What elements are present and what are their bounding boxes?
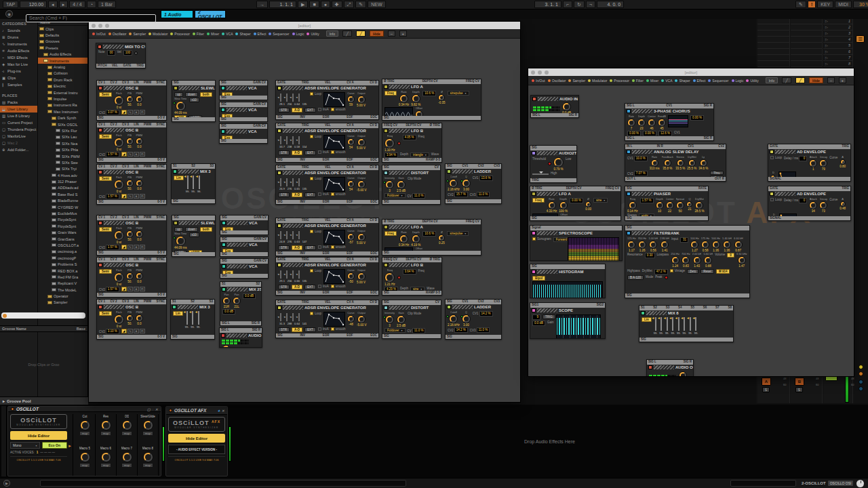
module-title-bar[interactable]: OSC B (97, 262, 166, 268)
knob-dial[interactable] (357, 233, 366, 241)
patch-canvas[interactable]: OSCILLOT AFXSYNTHESIZERAUDIO IN0.0 dBSIG… (528, 85, 854, 376)
value-cv1[interactable]: CV113.6 % (473, 176, 493, 181)
macro-knob[interactable] (80, 452, 90, 462)
scene-play-icon[interactable]: ▷ (825, 31, 828, 35)
button-semi[interactable]: Semi (99, 311, 112, 316)
value-field[interactable]: 0.0 dB (243, 293, 256, 299)
module-title-bar[interactable]: VCA (220, 264, 268, 270)
knob-dial[interactable] (449, 179, 458, 188)
io-circle-1[interactable] (859, 371, 863, 376)
outlet-sig[interactable]: SIG (98, 116, 104, 121)
tree-item-sixs-phla[interactable]: SIXs Phla (38, 146, 87, 152)
tree-item-the-model[interactable]: The ModeL (38, 287, 87, 293)
value-field[interactable]: 0.0 dB (222, 309, 235, 314)
button-str[interactable]: STR (278, 192, 290, 197)
tab-oscillator[interactable]: Oscillator (108, 32, 127, 36)
knob-dial[interactable] (385, 180, 394, 189)
knob-dial[interactable] (126, 138, 134, 145)
knob-dial[interactable] (734, 241, 743, 249)
slider-track[interactable] (192, 311, 193, 325)
macro-map-button[interactable]: map (142, 431, 153, 436)
place-item-add-folder[interactable]: ⊕Add Folder... (0, 146, 37, 153)
scene-slot-7[interactable]: ▷7 (823, 55, 852, 61)
outlet-sig[interactable]: SIG (221, 96, 226, 100)
button-str[interactable]: STR (278, 285, 290, 289)
return-a-solo[interactable]: S (762, 387, 770, 392)
macro-knob[interactable] (80, 420, 90, 430)
knob-3-50-khz[interactable]: 3.50 kHz1.47 (736, 253, 747, 268)
checkbox-loop[interactable]: Loop (310, 230, 321, 233)
zoom-in-button[interactable]: + (399, 30, 407, 37)
outlet-sig[interactable]: SIG (277, 115, 283, 120)
module-drag-hatch[interactable] (227, 221, 248, 225)
stop-button[interactable]: ■ (309, 1, 319, 8)
knob-dial[interactable] (438, 235, 445, 241)
tree-item-sixs-flur[interactable]: SIXs Flur (38, 127, 87, 134)
knob-center[interactable]: Center46 (648, 115, 656, 131)
voice-mode-dropdown[interactable]: Mono (10, 442, 40, 449)
knob-cutoff[interactable]: Cutoff2.16 kHz (448, 311, 460, 327)
draw-mode-button[interactable]: ✎ (355, 1, 366, 8)
knob-depth[interactable]: Depth9.82 % (411, 91, 420, 107)
module-title-bar[interactable]: FILTERBANK (625, 230, 749, 237)
module-drag-hatch[interactable] (226, 108, 247, 112)
knob-dial[interactable] (690, 241, 698, 249)
module-analog-slew-delay[interactable]: IN LIN RCV1CV2ANALOG SLEW DELAYCV110.0 %… (625, 144, 726, 182)
outlet-sig[interactable]: SIG (222, 252, 227, 257)
value-10-6[interactable]: 10.6 % (422, 231, 436, 237)
knob-dial[interactable] (548, 201, 556, 209)
module-drag-hatch[interactable] (226, 333, 247, 338)
slider-track[interactable] (667, 317, 668, 331)
checkbox-smooth[interactable]: smooth (331, 150, 346, 154)
scene-play-icon[interactable]: ▷ (825, 62, 828, 66)
outlet-ramp-0-5[interactable]: RAMP 0-5 (426, 291, 440, 296)
knob-2-00-kh[interactable]: 2.00 kH1.43 (692, 253, 702, 268)
value-field[interactable]: 12.6 % (658, 131, 672, 136)
checkbox-inva[interactable]: InvA (318, 245, 329, 249)
adsr-value[interactable]: 141 (301, 322, 308, 325)
outlet-vel[interactable]: VEL (112, 64, 118, 68)
io-show-hide-button[interactable]: ☰ (856, 35, 865, 43)
outlet-eof[interactable]: EOF (347, 200, 353, 205)
knob-dial[interactable] (114, 96, 124, 106)
button-zero[interactable]: Zero (687, 269, 698, 274)
value-field[interactable]: 1.57 % (640, 198, 654, 203)
button-exp[interactable]: Exp (222, 270, 233, 274)
tab-vca[interactable]: VCA (222, 32, 233, 36)
knob-dial[interactable] (114, 180, 124, 190)
outlet-sig[interactable]: SIG (641, 338, 646, 342)
button-a-d[interactable]: A-D (292, 108, 302, 113)
module-drag-hatch[interactable] (654, 365, 674, 369)
waveform-selector[interactable]: ◢∿∧⊓ (121, 110, 145, 115)
zoom-out-button[interactable]: – (827, 77, 835, 83)
tree-item-floydssynt[interactable]: FloydsSynt (38, 223, 87, 229)
value-field[interactable]: 1.57 % (106, 194, 119, 199)
module-ad-envelope-1[interactable]: GATETRIGAD ENVELOPELoopDelay / ms0Attack… (768, 144, 851, 182)
knob-dial[interactable] (638, 241, 646, 249)
mini-slider[interactable] (292, 231, 294, 239)
scene-slot-3[interactable]: ▷3 (823, 30, 852, 37)
return-b-activator[interactable]: B (795, 378, 804, 386)
hide-editor-button[interactable]: Hide Editor (10, 431, 67, 440)
knob-12-db[interactable]: -12 dB (222, 345, 231, 348)
wave-0[interactable]: ◢ (121, 110, 127, 115)
macro-knob[interactable] (143, 420, 153, 430)
knob-2-80-kh[interactable]: 2.80 kH1.41 (660, 237, 669, 253)
slider-track[interactable] (684, 317, 685, 331)
adsr-value[interactable]: 276 (286, 240, 293, 243)
knob-rate[interactable]: Rate313 ms (650, 156, 660, 171)
value-field[interactable]: 3.94 % (384, 152, 398, 158)
button-freq[interactable]: Freq (384, 231, 397, 236)
adsr-value[interactable]: 0.64 (294, 322, 300, 325)
adsr-sliders[interactable]: 31.32880.64141 (278, 312, 308, 325)
outlet-sig[interactable]: SIG (627, 216, 632, 221)
wave-1[interactable]: ∿ (127, 194, 133, 199)
knob-dial[interactable] (809, 201, 817, 209)
button-str[interactable]: STR (278, 150, 290, 155)
button-semi[interactable]: Semi (99, 176, 112, 181)
button-down[interactable]: down (185, 227, 198, 232)
module-title-bar[interactable]: LFO B (382, 128, 441, 134)
module-ladder-1[interactable]: SIGCV1CV2CV3LADDERCutoff2.16 kHzQ3.00CV1… (445, 163, 502, 204)
tree-item-sixs-pwm[interactable]: SIXs PWM (38, 153, 87, 159)
mini-slider[interactable] (280, 178, 281, 186)
